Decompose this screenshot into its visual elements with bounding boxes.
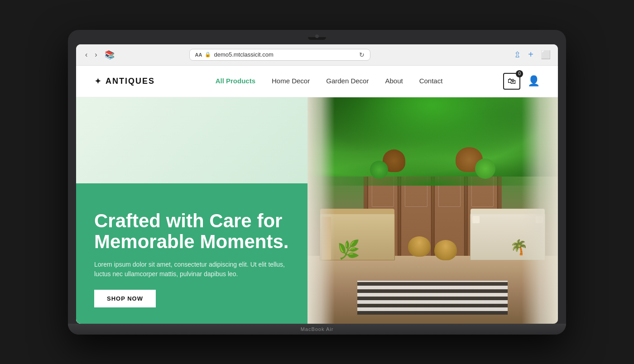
basket-right — [434, 240, 457, 260]
hero-subtext: Lorem ipsum dolor sit amet, consectetur … — [94, 260, 289, 279]
nav-item-contact[interactable]: Contact — [419, 77, 443, 85]
floor-area — [307, 256, 558, 324]
shop-now-button[interactable]: SHOP NOW — [94, 290, 156, 307]
floor-rug — [357, 281, 508, 315]
site-logo[interactable]: ✦ ANTIQUES — [94, 76, 155, 86]
new-tab-icon[interactable]: + — [528, 49, 533, 60]
address-bar[interactable]: AA 🔒 demo5.mtclassicit.com ↻ — [189, 49, 370, 61]
leaves-canopy — [307, 97, 558, 177]
site-navigation: ✦ ANTIQUES All Products Home Decor Garde… — [76, 66, 558, 97]
browser-nav: ‹ › — [83, 50, 99, 60]
curtain-left — [307, 97, 335, 324]
tabs-icon[interactable]: ⬜ — [541, 50, 551, 60]
nav-links: All Products Home Decor Garden Decor Abo… — [216, 77, 443, 85]
url-text: demo5.mtclassicit.com — [214, 51, 356, 58]
share-icon[interactable]: ⇫ — [514, 50, 521, 60]
cart-button[interactable]: 🛍 0 — [503, 73, 520, 90]
forward-button[interactable]: › — [93, 50, 99, 60]
refresh-icon[interactable]: ↻ — [359, 51, 365, 58]
hero-section: Crafted with Care for Memorable Moments.… — [76, 97, 558, 324]
nav-link-garden-decor[interactable]: Garden Decor — [326, 77, 369, 85]
logo-text: ANTIQUES — [106, 77, 155, 86]
nav-item-garden-decor[interactable]: Garden Decor — [326, 77, 369, 85]
nav-link-home-decor[interactable]: Home Decor — [272, 77, 310, 85]
nav-right-tools: 🛍 0 👤 — [503, 73, 540, 90]
browser-tools: ⇫ + ⬜ — [514, 49, 551, 60]
aa-label: AA — [195, 52, 202, 57]
large-plant: 🌿 — [337, 239, 360, 260]
basket-poufs — [408, 236, 457, 260]
nav-link-all-products[interactable]: All Products — [216, 77, 255, 85]
laptop-screen: ‹ › 📚 AA 🔒 demo5.mtclassicit.com ↻ ⇫ + ⬜ — [76, 44, 558, 324]
laptop-frame: ‹ › 📚 AA 🔒 demo5.mtclassicit.com ↻ ⇫ + ⬜ — [68, 30, 566, 335]
browser-chrome: ‹ › 📚 AA 🔒 demo5.mtclassicit.com ↻ ⇫ + ⬜ — [76, 44, 558, 66]
tropical-plant: 🌴 — [510, 239, 528, 256]
hero-right-image: 🌿 🌴 — [307, 97, 558, 324]
hero-image-top — [76, 97, 307, 188]
hero-green-box: Crafted with Care for Memorable Moments.… — [76, 183, 307, 324]
lock-icon: 🔒 — [205, 52, 211, 57]
user-icon[interactable]: 👤 — [528, 75, 540, 87]
nav-item-all-products[interactable]: All Products — [216, 77, 255, 85]
basket-left — [408, 236, 431, 257]
cart-icon: 🛍 — [508, 77, 516, 86]
back-icon: ‹ — [85, 51, 87, 58]
garden-scene: 🌿 🌴 — [307, 97, 558, 324]
nav-item-home-decor[interactable]: Home Decor — [272, 77, 310, 85]
laptop-base: MacBook Air — [68, 324, 566, 335]
bookmarks-icon[interactable]: 📚 — [105, 50, 115, 60]
nav-item-about[interactable]: About — [385, 77, 403, 85]
hero-headline: Crafted with Care for Memorable Moments. — [94, 211, 289, 252]
cart-badge: 0 — [516, 70, 523, 77]
nav-link-about[interactable]: About — [385, 77, 403, 85]
logo-star-icon: ✦ — [94, 76, 102, 86]
camera-dot — [315, 34, 319, 38]
curtain-right — [522, 97, 558, 324]
hero-left-panel: Crafted with Care for Memorable Moments.… — [76, 97, 307, 324]
back-button[interactable]: ‹ — [83, 50, 89, 60]
nav-link-contact[interactable]: Contact — [419, 77, 443, 85]
forward-icon: › — [95, 51, 97, 58]
laptop-model-text: MacBook Air — [301, 326, 334, 332]
